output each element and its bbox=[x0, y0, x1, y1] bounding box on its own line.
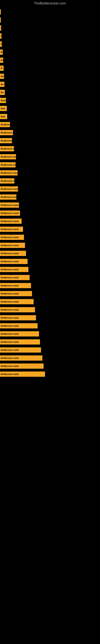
bar: B bbox=[0, 42, 2, 47]
bar-label: Bottleneck result bbox=[1, 252, 19, 254]
bar-label: Bottleneck result bbox=[1, 276, 19, 279]
bar-row: Bottleneck result bbox=[0, 201, 100, 209]
bar-label: Bottleneck result bbox=[1, 316, 19, 319]
bar-label: Bottleneck resu bbox=[1, 196, 16, 198]
bar-row: Bo bbox=[0, 80, 100, 88]
bar: Bottleneck result bbox=[0, 364, 44, 369]
bar-row: Bottleneck result bbox=[0, 258, 100, 265]
bar-label: Bottleneck result bbox=[1, 284, 19, 287]
site-title: TheBottlenecker.com bbox=[0, 0, 100, 6]
bar: Bottleneck result bbox=[0, 259, 28, 264]
bar-row: Bott bbox=[0, 105, 100, 112]
bar-row: Bott bbox=[0, 113, 100, 120]
bar-row: Bottleneck result bbox=[0, 306, 100, 314]
bar-label: Bo bbox=[1, 83, 4, 86]
bar: Bott bbox=[0, 106, 7, 111]
bar-label: Bo bbox=[1, 75, 4, 78]
bar: Bottleneck resu bbox=[0, 162, 16, 168]
bar-label: Bottleneck resu bbox=[1, 148, 14, 150]
bar: Bottl bbox=[0, 98, 6, 103]
bar: Bott bbox=[0, 114, 7, 119]
bar: Bottleneck result bbox=[0, 275, 30, 280]
bar-label: Bottleneck result bbox=[1, 373, 19, 375]
bar-label: Bottleneck result bbox=[1, 333, 19, 335]
bar-label: Bottleneck re bbox=[1, 180, 14, 182]
bar-label: Bottleneck result bbox=[1, 268, 19, 271]
bar-label: Bottlenec bbox=[1, 123, 10, 126]
bar-label: Bottleneck res bbox=[1, 132, 13, 134]
bar-label: Bottleneck result bbox=[1, 220, 19, 222]
bar: Bottleneck result bbox=[0, 170, 18, 176]
bar-row: Bo bbox=[0, 72, 100, 80]
bar-row bbox=[0, 8, 100, 16]
bar: Bo bbox=[0, 82, 4, 87]
bar: Bottleneck result bbox=[0, 235, 24, 240]
bar: Bottleneck result bbox=[0, 243, 25, 248]
bar-row: Bottleneck result bbox=[0, 185, 100, 193]
bar: Bo bbox=[0, 50, 3, 55]
bar-label: Bottleneck resu bbox=[1, 164, 16, 166]
bar-row: Bottleneck result bbox=[0, 282, 100, 290]
bar-label: Bottleneck result bbox=[1, 365, 19, 367]
bar-label: Bottleneck result bbox=[1, 260, 19, 263]
bar-label: Bo bbox=[1, 91, 4, 94]
bar: Bottleneck res bbox=[0, 130, 13, 135]
bar-row: Bottleneck result bbox=[0, 169, 100, 177]
bar-label: Bottleneck result bbox=[1, 188, 18, 190]
bar-label: Bott bbox=[1, 115, 5, 118]
bar-label: B bbox=[1, 27, 1, 29]
bar: Bottleneck result bbox=[0, 186, 18, 192]
bar: Bottleneck result bbox=[0, 347, 41, 352]
bar-label: Bottleneck result bbox=[1, 172, 18, 174]
bar: Bottleneck result bbox=[0, 372, 45, 377]
bar: Bottleneck result bbox=[0, 339, 40, 344]
bar-row: Bottleneck result bbox=[0, 370, 100, 378]
bar: B bbox=[0, 34, 1, 39]
bar-row: B bbox=[0, 24, 100, 32]
bar-label: Bott bbox=[1, 107, 5, 110]
bar-row: B bbox=[0, 64, 100, 72]
bar-row: Bo bbox=[0, 56, 100, 64]
bar-label: Bottleneck result bbox=[1, 212, 19, 214]
bar: Bottleneck result bbox=[0, 154, 16, 160]
bar-row: Bottleneck resu bbox=[0, 145, 100, 152]
bar-label: Bottleneck result bbox=[1, 156, 16, 158]
bars-container: BBBBoBoBBoBoBoBottlBottBottBottlenecBott… bbox=[0, 6, 100, 378]
bar-label: Bottleneck result bbox=[1, 308, 19, 311]
bar-row: Bottleneck result bbox=[0, 242, 100, 249]
bar: Bottleneck result bbox=[0, 356, 42, 361]
bar: Bottleneck bbox=[0, 138, 12, 143]
bar-row: Bottleneck result bbox=[0, 338, 100, 346]
bar-row: Bottleneck result bbox=[0, 234, 100, 241]
bar: Bottleneck result bbox=[0, 267, 28, 272]
bar: Bottleneck re bbox=[0, 178, 14, 184]
bar-row: Bottl bbox=[0, 96, 100, 104]
bar: Bo bbox=[0, 90, 5, 95]
bar-row: Bottleneck result bbox=[0, 314, 100, 322]
bar-label: Bottleneck result bbox=[1, 228, 19, 230]
bar-row: Bottleneck result bbox=[0, 330, 100, 338]
bar bbox=[0, 9, 1, 14]
bar-label: Bottleneck result bbox=[1, 357, 19, 359]
bar: Bottleneck result bbox=[0, 251, 26, 256]
bar-label: B bbox=[1, 35, 1, 37]
bar: Bottleneck resu bbox=[0, 194, 16, 200]
bar-row: Bottleneck resu bbox=[0, 161, 100, 169]
bar-label: Bottleneck result bbox=[1, 324, 19, 327]
bar: Bottleneck result bbox=[0, 323, 38, 328]
bar-row: Bottleneck result bbox=[0, 217, 100, 225]
bar-row bbox=[0, 16, 100, 24]
bar-row: Bottlenec bbox=[0, 121, 100, 128]
bar-row: Bottleneck result bbox=[0, 362, 100, 370]
bar: Bottleneck result bbox=[0, 307, 35, 312]
bar-row: B bbox=[0, 40, 100, 48]
bar-label: Bottl bbox=[1, 99, 6, 102]
bar-row: Bottleneck result bbox=[0, 153, 100, 160]
bar-label: Bottleneck result bbox=[1, 349, 19, 351]
bar-row: Bo bbox=[0, 48, 100, 56]
bar: Bottleneck result bbox=[0, 299, 34, 304]
bar-label: Bottleneck result bbox=[1, 341, 19, 343]
bar-row: Bottleneck result bbox=[0, 354, 100, 362]
bar-row: Bottleneck result bbox=[0, 322, 100, 330]
bar: Bottleneck result bbox=[0, 283, 31, 288]
